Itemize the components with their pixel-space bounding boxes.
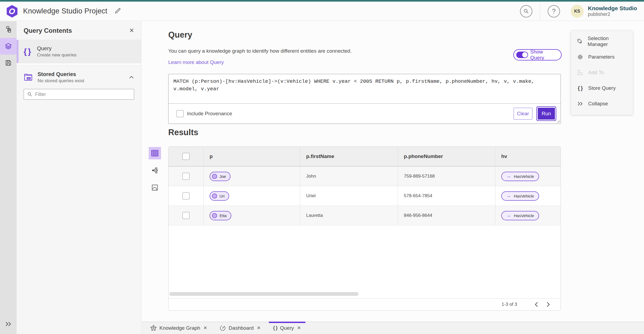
- item-description: Create new queries: [37, 52, 76, 58]
- braces-icon: { }: [577, 85, 583, 91]
- node-pill[interactable]: Uri: [210, 191, 229, 201]
- close-tab-icon[interactable]: ✕: [203, 325, 207, 331]
- tab-query[interactable]: { } Query ✕: [269, 322, 305, 334]
- query-contents-panel: Query Contents ✕ { } Query Create new qu…: [17, 21, 141, 334]
- left-icon-rail: [0, 21, 17, 334]
- filter-input[interactable]: [35, 92, 126, 97]
- results-table: p p.firstName p.phoneNumber hv Joe John …: [168, 146, 561, 311]
- edge-pill[interactable]: → HasVehicle: [501, 211, 539, 220]
- rail-item-hierarchy[interactable]: [0, 21, 17, 38]
- help-button[interactable]: ?: [548, 5, 560, 17]
- close-tab-icon[interactable]: ✕: [297, 325, 301, 331]
- braces-icon: { }: [273, 325, 277, 331]
- table-view-button[interactable]: [149, 147, 161, 159]
- store-query-button[interactable]: { } Store Query: [571, 80, 633, 96]
- braces-icon: { }: [24, 47, 31, 56]
- query-contents-item-query[interactable]: { } Query Create new queries: [17, 40, 141, 63]
- collapse-section-button[interactable]: [129, 75, 134, 80]
- table-row: Uri Uriel 578-654-7854 → HasVehicle: [169, 186, 561, 206]
- learn-more-link[interactable]: Learn more about Query: [168, 59, 224, 65]
- search-button[interactable]: [520, 5, 532, 17]
- hierarchy-icon: [5, 26, 12, 33]
- row-checkbox[interactable]: [182, 212, 189, 219]
- show-query-toggle[interactable]: Show Query: [513, 49, 562, 60]
- resize-grip-icon[interactable]: [556, 119, 560, 123]
- node-pill[interactable]: Joe: [210, 172, 230, 181]
- row-checkbox[interactable]: [182, 192, 189, 199]
- arrow-right-icon: →: [506, 213, 511, 218]
- close-tab-icon[interactable]: ✕: [257, 325, 261, 331]
- collapse-panel-button[interactable]: Collapse: [571, 96, 633, 112]
- save-icon: [5, 59, 12, 66]
- table-header-row: p p.firstName p.phoneNumber hv: [169, 147, 561, 167]
- stored-queries-folder-icon: [24, 73, 33, 81]
- parameters-button[interactable]: Parameters: [571, 49, 633, 65]
- chevron-right-icon: [546, 302, 550, 307]
- tab-knowledge-graph[interactable]: Knowledge Graph ✕: [146, 322, 211, 334]
- expand-rail-button[interactable]: [0, 318, 17, 330]
- filter-search-icon: [27, 92, 32, 97]
- network-icon: [151, 167, 158, 174]
- column-header-firstname[interactable]: p.firstName: [300, 147, 398, 166]
- node-pill[interactable]: Etta: [210, 211, 231, 220]
- cell-firstname: John: [300, 167, 398, 186]
- panel-title: Query Contents: [24, 27, 72, 34]
- previous-page-button[interactable]: [530, 299, 542, 310]
- node-label: Uri: [219, 194, 225, 198]
- chevron-left-icon: [535, 302, 538, 307]
- tab-dashboard[interactable]: Dashboard ✕: [215, 322, 265, 334]
- results-title: Results: [168, 128, 198, 137]
- layers-icon: [5, 42, 12, 50]
- pagination-range: 1-3 of 3: [502, 302, 517, 307]
- node-label: Etta: [219, 213, 227, 218]
- cell-phonenumber: 759-889-57168: [398, 167, 495, 186]
- selection-manager-icon: [577, 38, 583, 45]
- query-textarea[interactable]: MATCH (p:Person)-[hv:HasVehicle]->(v:Veh…: [169, 74, 561, 104]
- edge-label: HasVehicle: [514, 194, 534, 198]
- edit-project-title-button[interactable]: [114, 7, 121, 15]
- column-header-p[interactable]: p: [204, 147, 300, 166]
- include-provenance-checkbox[interactable]: [177, 110, 184, 117]
- horizontal-scrollbar-thumb[interactable]: [169, 292, 358, 296]
- app-root: Knowledge Studio Project ? KS Knowledge …: [0, 0, 644, 334]
- header-actions: ? KS Knowledge Studio publisher2: [520, 3, 644, 20]
- table-pagination: 1-3 of 3: [169, 298, 561, 310]
- next-page-button[interactable]: [542, 299, 554, 310]
- bottom-tab-bar: Knowledge Graph ✕ Dashboard ✕ { } Query …: [142, 322, 644, 334]
- map-view-button[interactable]: [149, 181, 161, 194]
- add-to-icon: [577, 69, 583, 76]
- column-header-phonenumber[interactable]: p.phoneNumber: [398, 147, 495, 166]
- query-actions-panel: Selection Manager Parameters Add To { }: [571, 31, 633, 115]
- search-icon: [523, 8, 529, 14]
- results-view-toolbar: [149, 147, 161, 199]
- stored-queries-section[interactable]: Stored Queries No stored queries exist: [17, 66, 141, 89]
- close-panel-button[interactable]: ✕: [129, 27, 134, 34]
- add-to-button: Add To: [571, 65, 633, 80]
- edge-pill[interactable]: → HasVehicle: [501, 191, 539, 201]
- gear-icon: [577, 54, 583, 60]
- node-icon: [212, 193, 217, 199]
- app-logo-icon[interactable]: [6, 5, 18, 17]
- cell-firstname: Lauretta: [300, 206, 398, 225]
- select-all-checkbox[interactable]: [182, 153, 189, 160]
- graph-view-button[interactable]: [149, 164, 161, 177]
- avatar[interactable]: KS: [571, 5, 584, 18]
- rail-item-save[interactable]: [0, 55, 17, 71]
- clear-button[interactable]: Clear: [514, 108, 532, 120]
- edge-pill[interactable]: → HasVehicle: [501, 172, 539, 181]
- product-name: Knowledge Studio: [588, 5, 637, 12]
- edge-label: HasVehicle: [514, 174, 534, 179]
- selection-indicator: [17, 40, 19, 63]
- double-chevron-right-icon: [5, 321, 12, 327]
- toggle-label: Show Query: [530, 49, 557, 61]
- question-icon: ?: [552, 8, 555, 15]
- column-header-hv[interactable]: hv: [495, 147, 561, 166]
- rail-item-layers[interactable]: [0, 38, 17, 55]
- table-empty-area: [169, 225, 561, 298]
- selection-manager-button[interactable]: Selection Manager: [571, 34, 633, 49]
- main-content: Query You can query a knowledge graph to…: [142, 21, 644, 322]
- cell-phonenumber: 846-956-8644: [398, 206, 495, 225]
- row-checkbox[interactable]: [182, 173, 189, 180]
- item-title: Query: [37, 45, 76, 52]
- run-button[interactable]: Run: [538, 108, 555, 120]
